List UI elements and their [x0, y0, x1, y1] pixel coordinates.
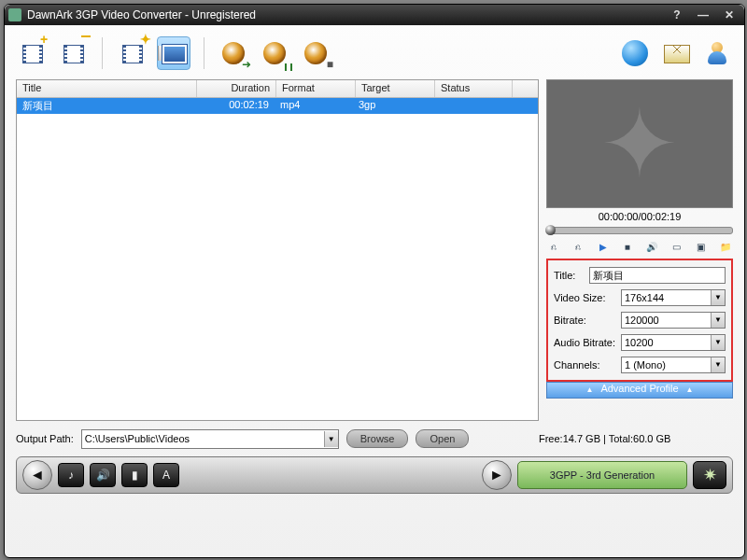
- label-channels: Channels:: [554, 359, 621, 371]
- label-title: Title:: [554, 270, 589, 281]
- cell-format: mp4: [275, 98, 353, 114]
- label-video-size: Video Size:: [554, 292, 621, 303]
- properties-panel: Title: Video Size: 176x144 Bitrate: 1200…: [546, 259, 733, 382]
- separator: [204, 37, 204, 69]
- cell-title: 新项目: [17, 98, 196, 114]
- output-path-select[interactable]: C:\Users\Public\Videos: [81, 429, 339, 449]
- minimize-button[interactable]: —: [692, 8, 714, 21]
- register-button[interactable]: [660, 37, 692, 69]
- aspect-icon[interactable]: ▭: [669, 240, 684, 253]
- profile-button[interactable]: 3GPP - 3rd Generation: [517, 461, 687, 489]
- folder-icon[interactable]: 📁: [718, 240, 733, 253]
- help-button[interactable]: ?: [666, 8, 688, 21]
- play-icon[interactable]: ▶: [596, 240, 611, 253]
- title-input[interactable]: [589, 267, 726, 284]
- col-duration[interactable]: Duration: [197, 80, 276, 97]
- pause-convert-button[interactable]: [259, 37, 290, 69]
- bottom-bar: ◄ ♪ 🔊 ▮ A ► 3GPP - 3rd Generation ✷: [16, 456, 733, 494]
- toolbar: + ✦ ➜ ■: [16, 31, 733, 76]
- col-target[interactable]: Target: [356, 80, 435, 97]
- file-list[interactable]: Title Duration Format Target Status 新项目 …: [16, 79, 539, 421]
- forward-button[interactable]: ►: [482, 460, 512, 490]
- bitrate-select[interactable]: 120000: [621, 312, 726, 329]
- audio-button[interactable]: ♪: [58, 463, 84, 487]
- col-title[interactable]: Title: [17, 80, 197, 97]
- seek-bar[interactable]: [546, 227, 733, 234]
- stop-convert-button[interactable]: ■: [300, 37, 331, 69]
- window-title: DawnArk 3GP Video Converter - Unregister…: [27, 8, 256, 21]
- app-window: DawnArk 3GP Video Converter - Unregister…: [4, 4, 745, 558]
- device-button[interactable]: ▮: [121, 463, 148, 487]
- prev-frame-icon[interactable]: ⎌: [546, 240, 561, 253]
- list-header: Title Duration Format Target Status: [17, 80, 538, 98]
- col-status[interactable]: Status: [435, 80, 513, 97]
- label-bitrate: Bitrate:: [554, 315, 621, 326]
- leaf-icon: ✦: [600, 97, 679, 190]
- preview-panel: ✦: [546, 79, 733, 208]
- volume-icon[interactable]: 🔊: [644, 240, 659, 253]
- web-button[interactable]: [619, 37, 651, 69]
- cell-status: [431, 98, 508, 114]
- separator: [102, 37, 103, 69]
- cell-target: 3gp: [353, 98, 431, 114]
- start-button[interactable]: ✷: [693, 461, 726, 489]
- channels-select[interactable]: 1 (Mono): [621, 357, 726, 373]
- audio-bitrate-select[interactable]: 10200: [621, 334, 726, 351]
- convert-button[interactable]: ➜: [218, 37, 249, 69]
- label-audio-bitrate: Audio Bitrate:: [554, 337, 621, 348]
- text-button[interactable]: A: [153, 463, 179, 487]
- frames-button[interactable]: [157, 36, 190, 70]
- about-button[interactable]: [701, 37, 733, 69]
- output-row: Output Path: C:\Users\Public\Videos Brow…: [16, 428, 733, 449]
- advanced-profile-button[interactable]: Advanced Profile: [546, 382, 733, 399]
- video-size-select[interactable]: 176x144: [621, 289, 726, 306]
- sound-button[interactable]: 🔊: [90, 463, 116, 487]
- add-file-button[interactable]: +: [16, 37, 48, 69]
- timecode: 00:00:00/00:02:19: [546, 208, 733, 225]
- snapshot-icon[interactable]: ▣: [694, 240, 709, 253]
- col-format[interactable]: Format: [276, 80, 356, 97]
- seek-handle[interactable]: [545, 225, 556, 235]
- next-frame-icon[interactable]: ⎌: [571, 240, 585, 253]
- cell-duration: 00:02:19: [196, 98, 275, 114]
- list-row[interactable]: 新项目 00:02:19 mp4 3gp: [17, 98, 538, 114]
- remove-file-button[interactable]: [57, 37, 89, 69]
- output-path-label: Output Path:: [16, 433, 74, 444]
- app-icon: [8, 8, 21, 21]
- back-button[interactable]: ◄: [22, 460, 52, 490]
- add-clip-button[interactable]: ✦: [116, 37, 148, 69]
- close-button[interactable]: ✕: [718, 8, 740, 21]
- disk-info: Free:14.7 GB | Total:60.0 GB: [476, 433, 733, 444]
- preview-controls: ⎌ ⎌ ▶ ■ 🔊 ▭ ▣ 📁: [546, 240, 733, 253]
- stop-icon[interactable]: ■: [620, 240, 635, 253]
- titlebar: DawnArk 3GP Video Converter - Unregister…: [5, 5, 744, 25]
- open-button[interactable]: Open: [416, 429, 469, 448]
- browse-button[interactable]: Browse: [346, 429, 409, 448]
